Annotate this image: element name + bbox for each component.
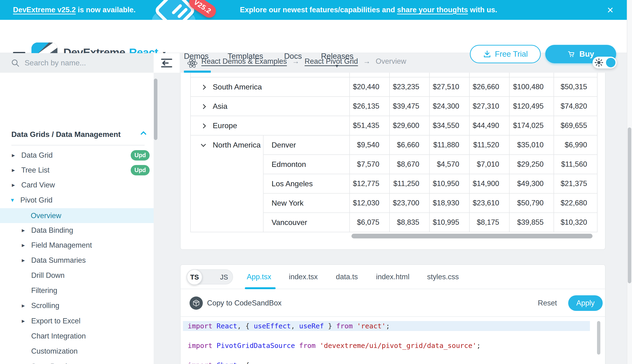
cell-value: $23,610 — [469, 193, 509, 213]
download-icon — [483, 50, 491, 58]
toggle-knob — [606, 58, 615, 67]
triangle-right-icon: ▸ — [22, 242, 31, 249]
code-line: import Chart, { — [183, 360, 590, 364]
apply-button[interactable]: Apply — [568, 295, 603, 311]
sidebar-item-data-grid[interactable]: ▸ Data Grid Upd — [0, 148, 154, 163]
row-header-city[interactable]: Edmonton — [263, 154, 350, 174]
sidebar-item-data-summaries[interactable]: ▸ Data Summaries — [0, 253, 154, 268]
sidebar-item-tree-list[interactable]: ▸ Tree List Upd — [0, 163, 154, 178]
breadcrumb: React Demos & Examples → React Pivot Gri… — [201, 56, 406, 67]
reset-button[interactable]: Reset — [533, 289, 562, 317]
cell-value: $69,655 — [554, 116, 597, 135]
section-title-data-grids[interactable]: Data Grids / Data Management — [11, 130, 121, 139]
cell-value: $7,570 — [350, 154, 389, 174]
cell-value: $23,700 — [389, 193, 430, 213]
code-line: import React, { useEffect, useRef } from… — [183, 321, 590, 331]
sidebar-item-customization[interactable]: Customization — [0, 344, 154, 358]
cell-value: $9,540 — [350, 135, 389, 154]
cell-value: $51,435 — [350, 116, 389, 135]
cell-value: $39,855 — [509, 213, 554, 232]
cell-value: $120,495 — [509, 96, 554, 116]
row-header-city[interactable]: Los Angeles — [263, 174, 350, 193]
cell-value: $8,670 — [389, 154, 430, 174]
sidebar-item-field-management[interactable]: ▸ Field Management — [0, 238, 154, 252]
page-scrollbar[interactable] — [628, 128, 631, 283]
share-thoughts-link[interactable]: share your thoughts — [397, 6, 468, 14]
tab-styles-css[interactable]: styles.css — [427, 273, 459, 281]
cell-value: $24,300 — [430, 96, 469, 116]
sidebar-item-chart-integration[interactable]: Chart Integration — [0, 328, 154, 344]
cell-value: $22,680 — [554, 193, 597, 213]
tab-index-tsx[interactable]: index.tsx — [289, 273, 318, 281]
sidebar: Data Grids / Data Management ▸ Data Grid… — [0, 53, 154, 364]
code-editor[interactable]: import React, { useEffect, useRef } from… — [180, 317, 605, 364]
sidebar-item-overview[interactable]: Overview — [0, 208, 154, 223]
sidebar-scrollbar[interactable] — [154, 78, 157, 140]
chevron-right-icon[interactable] — [201, 84, 206, 90]
cell-value: $35,010 — [509, 135, 554, 154]
cell-value: $10,320 — [554, 213, 597, 232]
chevron-up-icon[interactable] — [140, 131, 146, 137]
cell-value: $23,235 — [389, 77, 430, 96]
cell-value: $6,075 — [350, 213, 389, 232]
row-header-region[interactable]: South America — [190, 77, 350, 96]
theme-toggle[interactable] — [592, 57, 617, 68]
cell-value: $27,510 — [430, 77, 469, 96]
sidebar-item-state-persistence[interactable]: State Persistence — [0, 359, 154, 364]
breadcrumb-demos-examples[interactable]: React Demos & Examples — [201, 57, 287, 66]
row-header-city[interactable]: Denver — [263, 135, 350, 154]
code-tabs-row: JS TS App.tsx index.tsx data.ts index.ht… — [180, 265, 605, 289]
tab-data-ts[interactable]: data.ts — [336, 273, 358, 281]
page: DevExtreme v25.2 is now available. V25.2… — [0, 0, 632, 364]
triangle-down-icon: ▾ — [11, 196, 20, 204]
row-header-city[interactable]: Vancouver — [263, 213, 350, 232]
tab-active-underline — [245, 287, 276, 289]
row-header-region[interactable]: Europe — [190, 116, 350, 135]
cell-value: $49,300 — [509, 174, 554, 193]
search-input[interactable] — [25, 58, 138, 67]
breadcrumb-pivot-grid[interactable]: React Pivot Grid — [305, 57, 358, 66]
sidebar-item-scrolling[interactable]: ▸ Scrolling — [0, 298, 154, 313]
copy-to-codesandbox-button[interactable]: Copy to CodeSandBox — [207, 289, 282, 317]
app-header: JS DevExtreme React ▼ by DevExpress Demo… — [0, 20, 632, 53]
cell-value: $7,010 — [469, 154, 509, 174]
version-link[interactable]: DevExtreme v25.2 — [13, 6, 76, 14]
cell-value: $26,135 — [350, 96, 389, 116]
ts-option-knob[interactable]: TS — [187, 269, 202, 285]
upd-badge: Upd — [131, 165, 150, 176]
pivot-grid-demo: South America $20,440 $23,235 $27,510 $2… — [180, 73, 605, 250]
sidebar-item-data-binding[interactable]: ▸ Data Binding — [0, 223, 154, 238]
chevron-down-icon[interactable] — [201, 142, 206, 147]
triangle-right-icon: ▸ — [12, 166, 21, 174]
cell-value: $29,250 — [509, 154, 554, 174]
cell-value: $10,995 — [430, 213, 469, 232]
collapse-sidebar-button[interactable] — [154, 53, 180, 73]
code-scrollbar[interactable] — [597, 321, 600, 354]
row-header-region[interactable]: Asia — [190, 96, 350, 116]
tab-app-tsx[interactable]: App.tsx — [247, 273, 271, 281]
sun-icon — [595, 58, 603, 67]
chevron-right-icon[interactable] — [201, 123, 206, 128]
codesandbox-icon[interactable] — [189, 296, 203, 310]
js-option[interactable]: JS — [215, 270, 234, 284]
chevron-right-icon[interactable] — [201, 104, 206, 109]
sidebar-item-card-view[interactable]: ▸ Card View — [0, 178, 154, 192]
row-header-region-expanded[interactable]: North America — [190, 135, 263, 232]
cell-value: $44,490 — [469, 116, 509, 135]
ts-js-toggle[interactable]: JS TS — [187, 269, 233, 284]
row-header-city[interactable]: New York — [263, 193, 350, 213]
sidebar-item-export-to-excel[interactable]: ▸ Export to Excel — [0, 314, 154, 328]
sidebar-item-drill-down[interactable]: Drill Down — [0, 268, 154, 283]
upd-badge: Upd — [131, 150, 150, 160]
cell-value: $39,475 — [389, 96, 430, 116]
sidebar-item-filtering[interactable]: Filtering — [0, 283, 154, 298]
free-trial-button[interactable]: Free Trial — [470, 45, 541, 63]
tab-index-html[interactable]: index.html — [376, 273, 409, 281]
triangle-right-icon: ▸ — [22, 302, 31, 309]
horizontal-scrollbar[interactable] — [351, 234, 592, 238]
triangle-right-icon: ▸ — [12, 181, 21, 188]
cell-value: $6,990 — [554, 135, 597, 154]
cell-value: $14,900 — [469, 174, 509, 193]
banner-close-icon[interactable]: × — [603, 0, 617, 20]
sidebar-item-pivot-grid[interactable]: ▾ Pivot Grid — [0, 192, 154, 208]
